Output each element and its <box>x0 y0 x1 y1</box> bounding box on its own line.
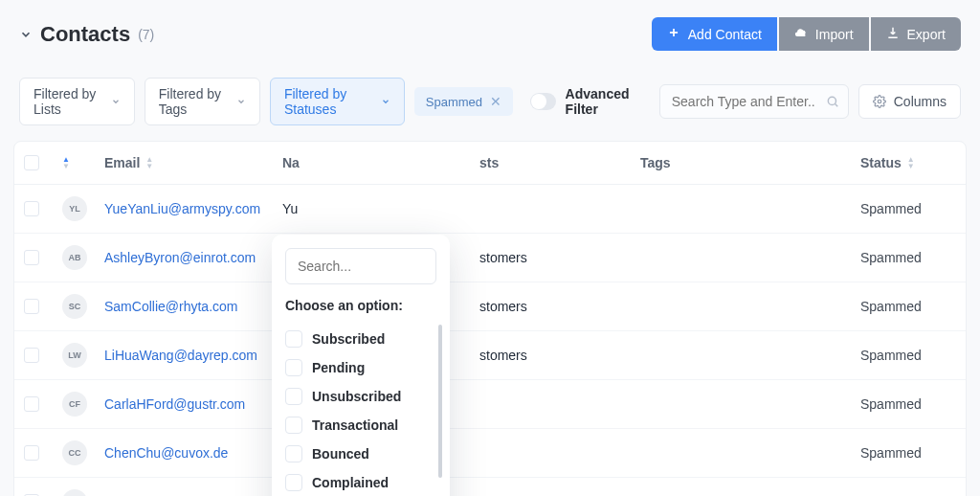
contact-email[interactable]: AshleyByron@einrot.com <box>104 250 282 265</box>
contact-status: Spammed <box>860 250 966 265</box>
contact-lists: stomers <box>479 250 640 265</box>
filter-tags-button[interactable]: Filtered by Tags <box>145 78 260 125</box>
avatar: LW <box>62 343 87 368</box>
column-email[interactable]: Email ▲▼ <box>104 155 282 170</box>
svg-line-3 <box>835 103 837 106</box>
dropdown-label: Choose an option: <box>285 298 436 313</box>
select-all-checkbox[interactable] <box>24 155 39 170</box>
page-title: Contacts <box>40 22 130 47</box>
contact-status: Spammed <box>860 348 966 363</box>
row-checkbox[interactable] <box>24 445 39 461</box>
collapse-icon[interactable] <box>19 28 33 41</box>
avatar: CC <box>62 440 87 465</box>
status-option[interactable]: Bounced <box>285 440 436 468</box>
checkbox[interactable] <box>285 445 302 462</box>
checkbox[interactable] <box>285 359 302 376</box>
option-label: Unsubscribed <box>312 389 401 404</box>
cloud-upload-icon <box>794 26 808 42</box>
option-label: Pending <box>312 360 365 375</box>
table-row[interactable]: LW LiHuaWang@dayrep.com Li stomers Spamm… <box>14 331 966 380</box>
row-checkbox[interactable] <box>24 299 39 314</box>
advanced-filter-toggle[interactable] <box>530 93 556 110</box>
row-checkbox[interactable] <box>24 348 39 363</box>
status-option[interactable]: Complained <box>285 468 436 496</box>
checkbox[interactable] <box>285 388 302 405</box>
search-icon[interactable] <box>826 95 839 108</box>
checkbox[interactable] <box>285 417 302 434</box>
contact-email[interactable]: CarlaHFord@gustr.com <box>104 396 282 412</box>
contact-status: Spammed <box>860 201 966 216</box>
option-label: Transactional <box>312 417 398 433</box>
chevron-down-icon <box>381 97 390 106</box>
scrollbar[interactable] <box>438 325 442 478</box>
status-filter-dropdown: Choose an option: SubscribedPendingUnsub… <box>272 235 450 496</box>
contact-lists: stomers <box>479 348 640 363</box>
contact-email[interactable]: ChenChu@cuvox.de <box>104 445 282 461</box>
avatar: CF <box>62 392 87 417</box>
avatar: AB <box>62 245 87 270</box>
svg-point-2 <box>828 97 835 104</box>
row-checkbox[interactable] <box>24 396 39 412</box>
checkbox[interactable] <box>285 474 302 491</box>
avatar: YL <box>62 196 87 221</box>
page-header: Contacts (7) Add Contact Import Export <box>0 0 980 68</box>
contact-status: Spammed <box>860 445 966 461</box>
table-row[interactable]: AB AshleyByron@einrot.com As stomers Spa… <box>14 234 966 282</box>
chevron-down-icon <box>111 97 121 106</box>
table-row[interactable]: CF CarlaHFord@gustr.com Ca Spammed <box>14 380 966 429</box>
import-button[interactable]: Import <box>779 17 869 51</box>
contact-lists: stomers <box>479 299 640 314</box>
sort-icon[interactable]: ▲▼ <box>62 157 70 169</box>
contact-email[interactable]: YueYanLiu@armyspy.com <box>104 201 282 216</box>
search-input[interactable] <box>659 84 849 119</box>
checkbox[interactable] <box>285 330 302 348</box>
table-row[interactable]: OT OnTang@einrot.com On Tang Customers S… <box>14 478 966 496</box>
export-button[interactable]: Export <box>871 17 961 51</box>
gear-icon <box>873 95 886 108</box>
status-option[interactable]: Unsubscribed <box>285 382 436 411</box>
column-lists: sts <box>479 155 640 170</box>
option-label: Complained <box>312 475 389 490</box>
contact-email[interactable]: LiHuaWang@dayrep.com <box>104 348 282 363</box>
contacts-count: (7) <box>138 27 154 42</box>
option-label: Bounced <box>312 446 369 462</box>
table-row[interactable]: SC SamCollie@rhyta.com Sa stomers Spamme… <box>14 282 966 331</box>
sort-icon[interactable]: ▲▼ <box>145 157 153 169</box>
filter-statuses-button[interactable]: Filtered by Statuses <box>270 78 405 125</box>
table-row[interactable]: CC ChenChu@cuvox.de Chen Chu Spammed <box>14 429 966 478</box>
chevron-down-icon <box>236 97 246 106</box>
table-row[interactable]: YL YueYanLiu@armyspy.com Yu Spammed <box>14 185 966 234</box>
dropdown-search-input[interactable] <box>285 248 436 284</box>
contact-status: Spammed <box>860 299 966 314</box>
advanced-filter-label: Advanced Filter <box>566 86 644 117</box>
row-checkbox[interactable] <box>24 250 39 265</box>
download-icon <box>886 26 900 42</box>
status-option[interactable]: Transactional <box>285 411 436 440</box>
sort-icon[interactable]: ▲▼ <box>907 157 915 169</box>
avatar: OT <box>62 489 87 496</box>
column-tags: Tags <box>640 155 860 170</box>
option-label: Subscribed <box>312 331 385 347</box>
plus-icon <box>667 26 680 42</box>
contact-name: Yu <box>282 201 479 216</box>
contacts-table: ▲▼ Email ▲▼ Na sts Tags Status ▲▼ YL Yue… <box>13 141 967 496</box>
status-option[interactable]: Subscribed <box>285 325 436 353</box>
status-option[interactable]: Pending <box>285 353 436 382</box>
columns-button[interactable]: Columns <box>858 84 961 119</box>
avatar: SC <box>62 294 87 319</box>
filter-bar: Filtered by Lists Filtered by Tags Filte… <box>0 68 980 141</box>
contact-status: Spammed <box>860 396 966 412</box>
row-checkbox[interactable] <box>24 201 39 216</box>
contact-email[interactable]: SamCollie@rhyta.com <box>104 299 282 314</box>
close-icon[interactable]: ✕ <box>490 94 501 109</box>
filter-chip-spammed[interactable]: Spammed ✕ <box>414 87 513 116</box>
filter-lists-button[interactable]: Filtered by Lists <box>19 78 135 125</box>
svg-point-4 <box>878 100 881 103</box>
table-header: ▲▼ Email ▲▼ Na sts Tags Status ▲▼ <box>14 142 966 185</box>
add-contact-button[interactable]: Add Contact <box>652 17 777 51</box>
column-name[interactable]: Na <box>282 155 479 170</box>
column-status[interactable]: Status ▲▼ <box>860 155 966 170</box>
